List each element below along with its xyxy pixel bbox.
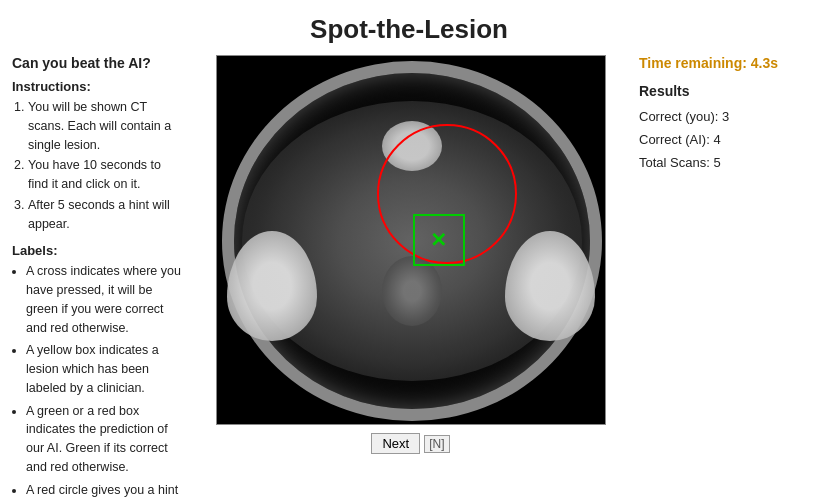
- can-beat-heading: Can you beat the AI?: [12, 55, 182, 71]
- correct-ai-label: Correct (AI):: [639, 132, 710, 147]
- total-scans-label: Total Scans:: [639, 155, 710, 170]
- center-panel: ✕ Next [N]: [196, 55, 625, 454]
- correct-ai-value: 4: [713, 132, 720, 147]
- correct-ai-row: Correct (AI): 4: [639, 132, 806, 147]
- label-item: A cross indicates where you have pressed…: [26, 262, 182, 337]
- total-scans-value: 5: [713, 155, 720, 170]
- correct-you-label: Correct (you):: [639, 109, 718, 124]
- time-remaining: Time remaining: 4.3s: [639, 55, 806, 71]
- instructions-list: You will be shown CT scans. Each will co…: [12, 98, 182, 233]
- ct-image[interactable]: ✕: [216, 55, 606, 425]
- main-layout: Can you beat the AI? Instructions: You w…: [0, 55, 818, 500]
- instructions-title: Instructions:: [12, 79, 182, 94]
- label-item: A yellow box indicates a lesion which ha…: [26, 341, 182, 397]
- page-title: Spot-the-Lesion: [0, 0, 818, 55]
- spine: [382, 121, 442, 171]
- label-item: A green or a red box indicates the predi…: [26, 402, 182, 477]
- results-title: Results: [639, 83, 806, 99]
- correct-you-row: Correct (you): 3: [639, 109, 806, 124]
- next-btn-row: Next [N]: [371, 433, 449, 454]
- bowel-area: [382, 256, 442, 326]
- left-panel: Can you beat the AI? Instructions: You w…: [8, 55, 186, 500]
- right-panel: Time remaining: 4.3s Results Correct (yo…: [635, 55, 810, 178]
- total-scans-row: Total Scans: 5: [639, 155, 806, 170]
- labels-title: Labels:: [12, 243, 182, 258]
- correct-you-value: 3: [722, 109, 729, 124]
- labels-list: A cross indicates where you have pressed…: [12, 262, 182, 500]
- instruction-item: After 5 seconds a hint will appear.: [28, 196, 182, 234]
- next-button[interactable]: Next: [371, 433, 420, 454]
- instruction-item: You will be shown CT scans. Each will co…: [28, 98, 182, 154]
- next-key-hint: [N]: [424, 435, 449, 453]
- label-item: A red circle gives you a hint about lesi…: [26, 481, 182, 501]
- instruction-item: You have 10 seconds to find it and click…: [28, 156, 182, 194]
